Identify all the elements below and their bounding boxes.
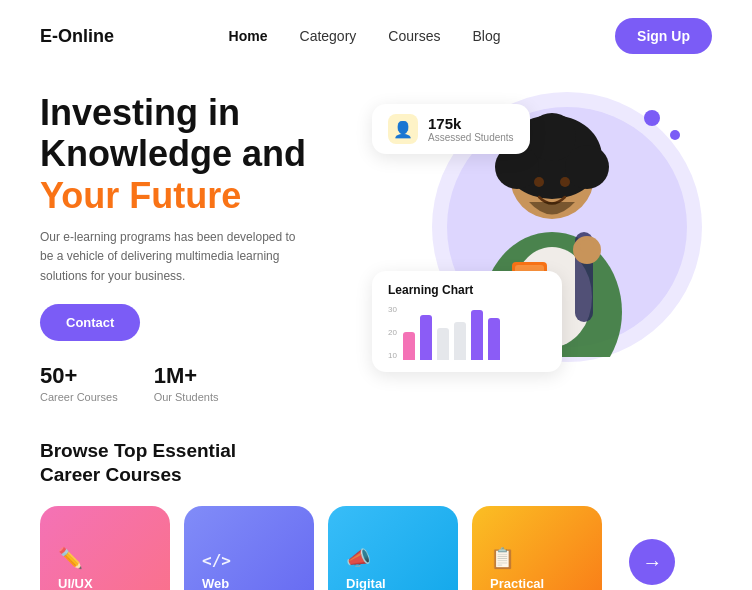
contact-button[interactable]: Contact xyxy=(40,304,140,341)
hero-section: Investing in Knowledge and Your Future O… xyxy=(0,72,752,423)
course-card-uiux[interactable]: ✏️ UI/UX Design xyxy=(40,506,170,590)
hero-right: 👤 175k Assessed Students Learning Chart … xyxy=(372,82,712,372)
svg-point-6 xyxy=(528,113,576,161)
chart-y-30: 30 xyxy=(388,305,397,314)
stat-students-label: Our Students xyxy=(154,391,219,403)
chart-y-20: 20 xyxy=(388,328,397,337)
nav-category[interactable]: Category xyxy=(300,28,357,44)
hero-description: Our e-learning programs has been develop… xyxy=(40,228,300,286)
nav-courses[interactable]: Courses xyxy=(388,28,440,44)
stat-courses-label: Career Courses xyxy=(40,391,118,403)
chart-bar-5 xyxy=(471,310,483,360)
chart-bar-4 xyxy=(454,322,466,360)
svg-point-8 xyxy=(560,177,570,187)
stat-courses: 50+ Career Courses xyxy=(40,363,118,403)
uiux-name: UI/UX Design xyxy=(58,576,152,590)
section-title-line1: Browse Top Essential xyxy=(40,440,236,461)
heading-line2: Knowledge and xyxy=(40,133,306,174)
decorative-dot-small xyxy=(670,130,680,140)
course-card-practical[interactable]: 📋 Practical Learning xyxy=(472,506,602,590)
chart-title: Learning Chart xyxy=(388,283,546,297)
assessed-icon: 👤 xyxy=(388,114,418,144)
chart-bar-3 xyxy=(437,328,449,360)
web-name: Web Development xyxy=(202,576,296,590)
digital-name: Digital Marketing xyxy=(346,576,440,590)
nav-links: Home Category Courses Blog xyxy=(229,27,501,45)
chart-y-labels: 30 20 10 xyxy=(388,305,397,360)
heading-line1: Investing in xyxy=(40,92,240,133)
uiux-icon: ✏️ xyxy=(58,546,152,570)
stat-students-number: 1M+ xyxy=(154,363,219,389)
browse-all-wrap: → Browse All xyxy=(624,539,680,590)
browse-all-button[interactable]: → xyxy=(629,539,675,585)
assessed-number: 175k xyxy=(428,115,514,132)
course-card-digital[interactable]: 📣 Digital Marketing xyxy=(328,506,458,590)
svg-point-7 xyxy=(534,177,544,187)
stat-students: 1M+ Our Students xyxy=(154,363,219,403)
digital-icon: 📣 xyxy=(346,546,440,570)
assessed-label: Assessed Students xyxy=(428,132,514,143)
nav-home[interactable]: Home xyxy=(229,28,268,44)
section-title-line2: Career Courses xyxy=(40,464,182,485)
hero-heading: Investing in Knowledge and Your Future xyxy=(40,92,352,216)
chart-bar-1 xyxy=(403,332,415,360)
courses-row: ✏️ UI/UX Design </> Web Development 📣 Di… xyxy=(40,506,712,590)
nav-blog[interactable]: Blog xyxy=(472,28,500,44)
arrow-right-icon: → xyxy=(642,551,662,574)
course-card-web[interactable]: </> Web Development xyxy=(184,506,314,590)
chart-bar-2 xyxy=(420,315,432,360)
hero-stats: 50+ Career Courses 1M+ Our Students xyxy=(40,363,352,403)
assessed-info: 175k Assessed Students xyxy=(428,115,514,143)
signup-button[interactable]: Sign Up xyxy=(615,18,712,54)
svg-point-5 xyxy=(565,145,609,189)
courses-section: Browse Top Essential Career Courses ✏️ U… xyxy=(0,423,752,590)
navbar: E-Online Home Category Courses Blog Sign… xyxy=(0,0,752,72)
chart-card: Learning Chart 30 20 10 xyxy=(372,271,562,372)
practical-name: Practical Learning xyxy=(490,576,584,590)
chart-bar-6 xyxy=(488,318,500,360)
stat-courses-number: 50+ xyxy=(40,363,118,389)
assessed-card: 👤 175k Assessed Students xyxy=(372,104,530,154)
logo: E-Online xyxy=(40,26,114,47)
heading-highlight: Your Future xyxy=(40,175,241,216)
practical-icon: 📋 xyxy=(490,546,584,570)
chart-bars xyxy=(403,305,500,360)
section-title: Browse Top Essential Career Courses xyxy=(40,439,712,488)
chart-y-10: 10 xyxy=(388,351,397,360)
hero-left: Investing in Knowledge and Your Future O… xyxy=(40,82,352,403)
web-icon: </> xyxy=(202,551,296,570)
svg-rect-13 xyxy=(580,240,594,252)
